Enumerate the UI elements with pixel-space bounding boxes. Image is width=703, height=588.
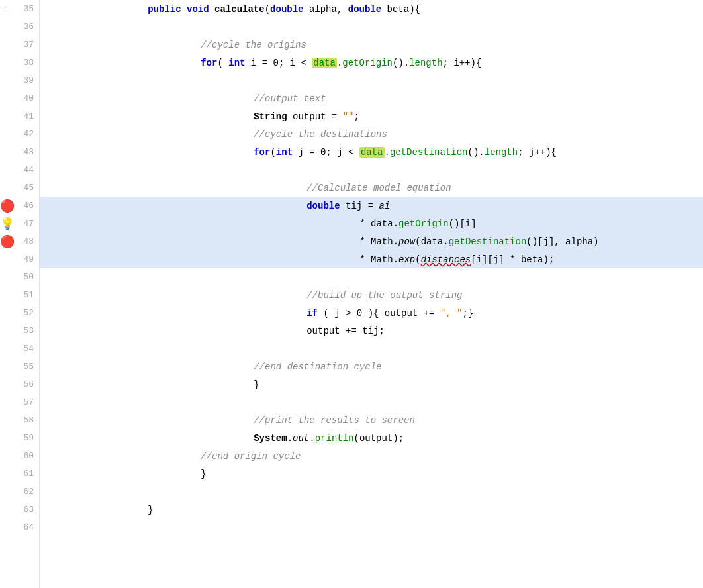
gutter-row-62: 62 [0, 483, 39, 501]
gutter-row-47: 💡 47 [0, 215, 39, 232]
line-number-59: 59 [18, 433, 34, 443]
method-name-calculate: calculate [214, 4, 265, 15]
code-line-38: for( int i = 0; i < data.getOrigin().len… [40, 54, 703, 72]
gutter-row-64: 64 [0, 518, 39, 536]
line-number-60: 60 [18, 451, 34, 461]
code-line-61: } [40, 465, 703, 483]
code-area: public void calculate(double alpha, doub… [40, 0, 703, 588]
gutter-row-46: 🔴 46 [0, 197, 39, 215]
type-int-2: int [276, 147, 293, 158]
line-number-62: 62 [18, 487, 34, 497]
gutter-row-55: 55 [0, 358, 39, 375]
gutter-row-35: □ 35 [0, 0, 39, 18]
line-number-42: 42 [18, 129, 34, 139]
fold-icon-35[interactable]: □ [3, 5, 7, 13]
type-int-1: int [228, 58, 245, 68]
line-number-55: 55 [18, 362, 34, 371]
line-number-54: 54 [18, 344, 34, 354]
code-editor: □ 35 36 37 38 39 40 41 42 [0, 0, 703, 588]
line-number-36: 36 [18, 22, 34, 32]
gutter-row-53: 53 [0, 322, 39, 340]
type-double-1: double [270, 4, 303, 15]
line-number-61: 61 [18, 469, 34, 479]
line-number-35: 35 [18, 4, 34, 14]
gutter-row-51: 51 [0, 286, 39, 304]
gutter-row-57: 57 [0, 393, 39, 411]
prop-length-1: length [409, 58, 442, 68]
gutter-row-59: 59 [0, 429, 39, 447]
gutter-row-42: 42 [0, 125, 39, 143]
line-number-37: 37 [18, 40, 34, 50]
gutter-row-43: 43 [0, 143, 39, 161]
gutter-row-54: 54 [0, 340, 39, 358]
keyword-for-1: for [201, 58, 217, 68]
line-number-63: 63 [18, 505, 34, 514]
line-number-43: 43 [18, 147, 34, 157]
gutter-row-49: 49 [0, 250, 39, 268]
gutter-row-39: 39 [0, 72, 39, 89]
line-number-51: 51 [18, 290, 34, 300]
gutter-row-63: 63 [0, 501, 39, 518]
type-double-2: double [348, 4, 381, 15]
line-number-53: 53 [18, 326, 34, 336]
gutter-row-40: 40 [0, 89, 39, 107]
warning-marker-47[interactable]: 💡 [0, 217, 15, 231]
gutter-row-36: 36 [0, 18, 39, 36]
code-line-64 [40, 518, 703, 536]
prop-length-2: length [485, 147, 518, 158]
line-number-39: 39 [18, 75, 34, 85]
method-getOrigin-1: getOrigin [342, 58, 393, 68]
gutter-row-56: 56 [0, 375, 39, 393]
gutter-row-58: 58 [0, 411, 39, 429]
line-number-38: 38 [18, 58, 34, 68]
highlight-data-2: data [359, 147, 385, 158]
line-number-50: 50 [18, 272, 34, 282]
line-number-47: 47 [18, 219, 34, 228]
var-distances: distances [421, 254, 471, 265]
string-comma: ", " [440, 308, 463, 318]
code-line-64-content [50, 522, 56, 533]
line-number-44: 44 [18, 165, 34, 175]
gutter-row-48: 🔴 48 [0, 232, 39, 250]
gutter-row-44: 44 [0, 161, 39, 179]
comment-55: //end destination cycle [254, 362, 381, 372]
line-number-46: 46 [18, 201, 34, 211]
gutter-row-60: 60 [0, 447, 39, 465]
keyword-for-2: for [254, 147, 270, 158]
highlight-data-1: data [312, 58, 337, 68]
line-number-41: 41 [18, 111, 34, 121]
line-number-64: 64 [18, 522, 34, 532]
code-line-63: } [40, 501, 703, 518]
line-number-gutter: □ 35 36 37 38 39 40 41 42 [0, 0, 40, 588]
gutter-row-61: 61 [0, 465, 39, 483]
line-number-52: 52 [18, 308, 34, 318]
gutter-row-52: 52 [0, 304, 39, 322]
gutter-row-50: 50 [0, 268, 39, 286]
comment-60: //end origin cycle [201, 451, 301, 462]
error-marker-46[interactable]: 🔴 [0, 199, 15, 213]
line-number-58: 58 [18, 415, 34, 425]
line-number-48: 48 [18, 236, 34, 246]
line-number-57: 57 [18, 397, 34, 407]
code-line-49: * Math.exp(distances[i][j] * beta); [40, 250, 703, 268]
keyword-void: void [187, 4, 209, 15]
data-identifier-2: data [361, 147, 383, 158]
line-number-49: 49 [18, 254, 34, 264]
gutter-row-41: 41 [0, 107, 39, 125]
line-number-40: 40 [18, 93, 34, 103]
data-identifier-1: data [313, 58, 336, 68]
gutter-row-45: 45 [0, 179, 39, 197]
method-exp: exp [398, 254, 415, 265]
error-marker-48[interactable]: 🔴 [0, 234, 15, 249]
method-println: println [315, 433, 354, 444]
code-line-35: public void calculate(double alpha, doub… [40, 0, 703, 18]
line-number-56: 56 [18, 379, 34, 389]
code-line-56: } [40, 375, 703, 393]
gutter-row-38: 38 [0, 54, 39, 72]
keyword-public: public [148, 4, 181, 15]
line-number-45: 45 [18, 183, 34, 193]
code-line-53: output += tij; [40, 322, 703, 340]
method-getDestination: getDestination [390, 147, 468, 158]
gutter-row-37: 37 [0, 36, 39, 54]
code-line-43: for(int j = 0; j < data.getDestination()… [40, 143, 703, 161]
